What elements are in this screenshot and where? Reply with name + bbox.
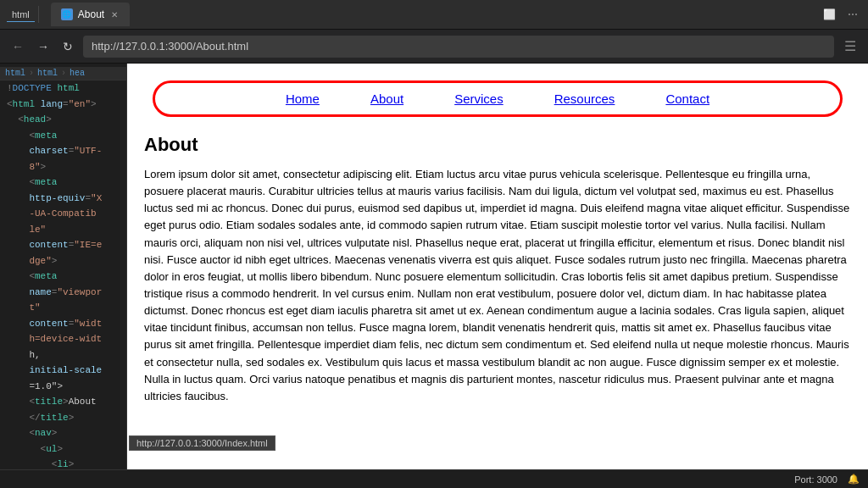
- code-line-12: dge">: [0, 253, 126, 269]
- page-body-text: Lorem ipsum dolor sit amet, consectetur …: [144, 166, 851, 405]
- status-right: Port: 3000 🔔: [794, 474, 860, 485]
- nav-resources[interactable]: Resources: [554, 92, 615, 106]
- code-line-21: <title>About: [0, 394, 126, 410]
- code-line-16: content="widt: [0, 316, 126, 332]
- code-line-3: <head>: [0, 112, 126, 128]
- refresh-button[interactable]: ↻: [59, 36, 76, 57]
- code-line-18: h,: [0, 347, 126, 363]
- tab-area: html 🌐 About ✕: [7, 3, 813, 26]
- window-menu-btn[interactable]: ⋯: [844, 7, 861, 22]
- code-line-4: <meta: [0, 128, 126, 144]
- code-line-17: h=device-widt: [0, 331, 126, 347]
- code-line-13: <meta: [0, 269, 126, 285]
- breadcrumb-html2: html: [37, 69, 58, 78]
- code-editor-sidebar: html › html › hea !DOCTYPE html <html la…: [0, 64, 127, 469]
- code-line-14: name="viewpor: [0, 285, 126, 301]
- code-line-1: !DOCTYPE html: [0, 80, 126, 97]
- breadcrumb-html1: html: [5, 69, 25, 78]
- code-line-9: -UA-Compatib: [0, 206, 126, 222]
- title-bar: html 🌐 About ✕ ⬜ ⋯: [0, 0, 868, 30]
- address-input[interactable]: [83, 36, 834, 58]
- tab-close-button[interactable]: ✕: [109, 9, 120, 20]
- address-bar: ← → ↻ ☰: [0, 30, 868, 64]
- code-line-6: 8">: [0, 159, 126, 175]
- main-layout: html › html › hea !DOCTYPE html <html la…: [0, 64, 868, 469]
- nav-home[interactable]: Home: [286, 92, 320, 106]
- back-button[interactable]: ←: [8, 36, 27, 57]
- browser-viewport: Home About Services Resources Contact Ab…: [127, 64, 868, 469]
- code-line-2: <html lang="en">: [0, 97, 126, 113]
- browser-tab-about[interactable]: 🌐 About ✕: [51, 3, 130, 26]
- code-line-15: t": [0, 300, 126, 316]
- code-line-19: initial-scale: [0, 363, 126, 379]
- code-line-25: <li>: [0, 457, 126, 469]
- notification-area: 🔔: [848, 474, 860, 485]
- tab-favicon: 🌐: [61, 8, 73, 20]
- status-bar: Port: 3000 🔔: [0, 469, 868, 488]
- window-restore-btn[interactable]: ⬜: [820, 7, 839, 22]
- url-tooltip: http://127.0.0.1:3000/Index.html: [129, 435, 275, 451]
- code-line-22: </title>: [0, 410, 126, 426]
- code-line-5: charset="UTF-: [0, 143, 126, 159]
- site-navigation: Home About Services Resources Contact: [153, 80, 843, 117]
- nav-about[interactable]: About: [370, 92, 403, 106]
- nav-services[interactable]: Services: [454, 92, 504, 106]
- code-line-10: le": [0, 222, 126, 238]
- browser-menu-button[interactable]: ☰: [841, 35, 860, 58]
- tab-title: About: [78, 8, 104, 20]
- code-line-11: content="IE=e: [0, 237, 126, 253]
- code-line-20: =1.0">: [0, 379, 126, 395]
- breadcrumb-hea: hea: [70, 69, 85, 78]
- code-line-8: http-equiv="X: [0, 191, 126, 207]
- code-line-24: <ul>: [0, 441, 126, 458]
- port-indicator: Port: 3000: [794, 474, 837, 485]
- forward-button[interactable]: →: [34, 36, 53, 57]
- page-title: About: [144, 134, 851, 156]
- code-line-23: <nav>: [0, 425, 126, 441]
- editor-tab-html[interactable]: html: [7, 8, 35, 22]
- window-controls: ⬜ ⋯: [820, 7, 861, 22]
- nav-contact[interactable]: Contact: [665, 92, 709, 106]
- code-line-7: <meta: [0, 175, 126, 191]
